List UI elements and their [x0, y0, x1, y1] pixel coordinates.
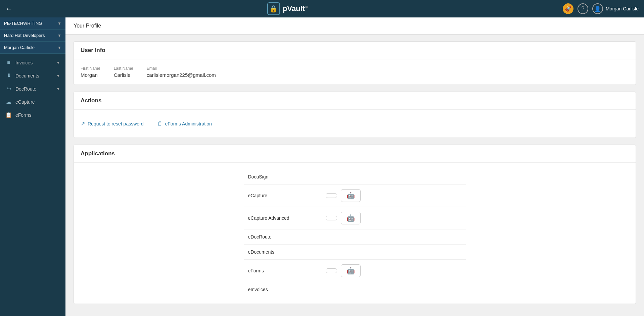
table-row: DocuSign — [244, 169, 466, 185]
eforms-admin-link[interactable]: 🗒 eForms Administration — [157, 121, 212, 127]
top-navigation: ← 🔒 pVault® 🚀 ? 👤 Morgan Carlisle — [0, 0, 644, 17]
logo-area: 🔒 pVault® — [262, 2, 313, 15]
docroute-chevron-icon: ▼ — [56, 87, 60, 91]
apple-store-eforms-button[interactable] — [326, 268, 337, 273]
org-label: PE-TECHWRITING — [4, 21, 42, 26]
content-area: Your Profile User Info First Name Morgan… — [65, 17, 644, 316]
ecapture-icon: ☁ — [5, 99, 12, 105]
app-logo-icon: 🔒 — [267, 2, 280, 15]
app-name-ecapture-advanced: eCapture Advanced — [244, 207, 322, 229]
actions-body: ↗ Request to reset password 🗒 eForms Adm… — [74, 110, 636, 138]
first-name-field: First Name Morgan — [81, 66, 100, 78]
table-row: eInvoices — [244, 282, 466, 297]
sidebar-item-documents[interactable]: ⬇ Documents ▼ — [0, 69, 65, 82]
team-chevron-icon: ▼ — [57, 33, 61, 38]
sidebar-item-eforms[interactable]: 📋 eForms — [0, 108, 65, 121]
app-stores-ecapture-advanced: 🤖 — [322, 207, 466, 229]
invoices-icon: ≡ — [5, 60, 12, 66]
table-row: eCapture 🤖 — [244, 185, 466, 207]
app-name-edocroute: eDocRoute — [244, 229, 322, 245]
org-chevron-icon: ▼ — [57, 21, 61, 26]
app-stores-edocroute — [322, 229, 466, 245]
rocket-icon[interactable]: 🚀 — [563, 3, 573, 14]
reset-password-link[interactable]: ↗ Request to reset password — [81, 120, 144, 127]
app-stores-eforms: 🤖 — [322, 260, 466, 282]
last-name-value: Carlisle — [114, 72, 133, 78]
android-store-eforms-button[interactable]: 🤖 — [341, 264, 361, 277]
external-link-icon: ↗ — [81, 120, 85, 127]
breadcrumb-label: Your Profile — [74, 23, 101, 29]
table-row: eForms 🤖 — [244, 260, 466, 282]
table-row: eCapture Advanced 🤖 — [244, 207, 466, 229]
eforms-admin-label: eForms Administration — [165, 121, 212, 126]
org-dropdown[interactable]: PE-TECHWRITING ▼ — [0, 17, 65, 30]
user-info-title: User Info — [74, 42, 636, 59]
app-name-ecapture: eCapture — [244, 185, 322, 207]
sidebar-item-label: eCapture — [15, 99, 60, 105]
actions-card: Actions ↗ Request to reset password 🗒 eF… — [74, 92, 636, 138]
documents-chevron-icon: ▼ — [56, 74, 60, 78]
applications-table: DocuSign eCapture 🤖 — [244, 169, 466, 297]
sidebar-item-label: Invoices — [15, 60, 53, 65]
sidebar-item-label: eForms — [15, 112, 60, 118]
help-icon[interactable]: ? — [578, 3, 588, 14]
nav-right-items: 🚀 ? 👤 Morgan Carlisle — [563, 3, 639, 14]
app-name-einvoices: eInvoices — [244, 282, 322, 297]
actions-row: ↗ Request to reset password 🗒 eForms Adm… — [81, 116, 629, 131]
reset-password-label: Request to reset password — [88, 121, 144, 126]
user-menu[interactable]: 👤 Morgan Carlisle — [592, 3, 639, 14]
last-name-field: Last Name Carlisle — [114, 66, 133, 78]
table-row: eDocRoute — [244, 229, 466, 245]
app-stores-einvoices — [322, 282, 466, 297]
user-avatar-icon: 👤 — [592, 3, 603, 14]
app-name-edocuments: eDocuments — [244, 245, 322, 260]
user-chevron-icon: ▼ — [57, 45, 61, 50]
first-name-value: Morgan — [81, 72, 100, 78]
invoices-chevron-icon: ▼ — [56, 61, 60, 65]
table-row: eDocuments — [244, 245, 466, 260]
android-store-ecapture-adv-button[interactable]: 🤖 — [341, 212, 361, 224]
last-name-label: Last Name — [114, 66, 133, 71]
team-dropdown[interactable]: Hard Hat Developers ▼ — [0, 30, 65, 42]
applications-card: Applications DocuSign — [74, 145, 636, 304]
sidebar-item-label: Documents — [15, 73, 53, 78]
apple-store-ecapture-button[interactable] — [326, 193, 337, 198]
eforms-icon: 📋 — [5, 112, 12, 118]
app-stores-edocuments — [322, 245, 466, 260]
documents-icon: ⬇ — [5, 72, 12, 79]
user-label: Morgan Carlisle — [4, 45, 35, 50]
first-name-label: First Name — [81, 66, 100, 71]
app-stores-docusign — [322, 169, 466, 185]
email-field: Email carlislemorgan225@gmail.com — [147, 66, 216, 78]
applications-body: DocuSign eCapture 🤖 — [74, 163, 636, 304]
android-store-ecapture-button[interactable]: 🤖 — [341, 189, 361, 202]
form-icon: 🗒 — [157, 121, 163, 127]
team-label: Hard Hat Developers — [4, 33, 45, 38]
user-info-card: User Info First Name Morgan Last Name Ca… — [74, 41, 636, 85]
email-value: carlislemorgan225@gmail.com — [147, 72, 216, 78]
sidebar: PE-TECHWRITING ▼ Hard Hat Developers ▼ M… — [0, 17, 65, 316]
back-button[interactable]: ← — [5, 5, 12, 13]
apple-store-ecapture-adv-button[interactable] — [326, 216, 337, 220]
app-stores-ecapture: 🤖 — [322, 185, 466, 207]
page-content: User Info First Name Morgan Last Name Ca… — [65, 35, 644, 316]
sidebar-item-label: DocRoute — [15, 86, 53, 92]
user-info-body: First Name Morgan Last Name Carlisle Ema… — [74, 59, 636, 85]
sidebar-item-invoices[interactable]: ≡ Invoices ▼ — [0, 56, 65, 69]
sidebar-item-docroute[interactable]: ↪ DocRoute ▼ — [0, 82, 65, 95]
actions-title: Actions — [74, 92, 636, 110]
email-label: Email — [147, 66, 216, 71]
app-name: pVault® — [283, 4, 308, 13]
app-name-docusign: DocuSign — [244, 169, 322, 185]
app-container: DocuSign eCapture 🤖 — [244, 169, 466, 297]
docroute-icon: ↪ — [5, 86, 12, 92]
user-info-fields: First Name Morgan Last Name Carlisle Ema… — [81, 66, 629, 78]
sidebar-item-ecapture[interactable]: ☁ eCapture — [0, 95, 65, 108]
main-layout: PE-TECHWRITING ▼ Hard Hat Developers ▼ M… — [0, 17, 644, 316]
app-name-eforms: eForms — [244, 260, 322, 282]
user-name-label: Morgan Carlisle — [606, 6, 639, 11]
user-dropdown[interactable]: Morgan Carlisle ▼ — [0, 42, 65, 54]
breadcrumb: Your Profile — [65, 17, 644, 35]
sidebar-nav: ≡ Invoices ▼ ⬇ Documents ▼ ↪ DocRoute ▼ … — [0, 54, 65, 316]
applications-title: Applications — [74, 145, 636, 163]
